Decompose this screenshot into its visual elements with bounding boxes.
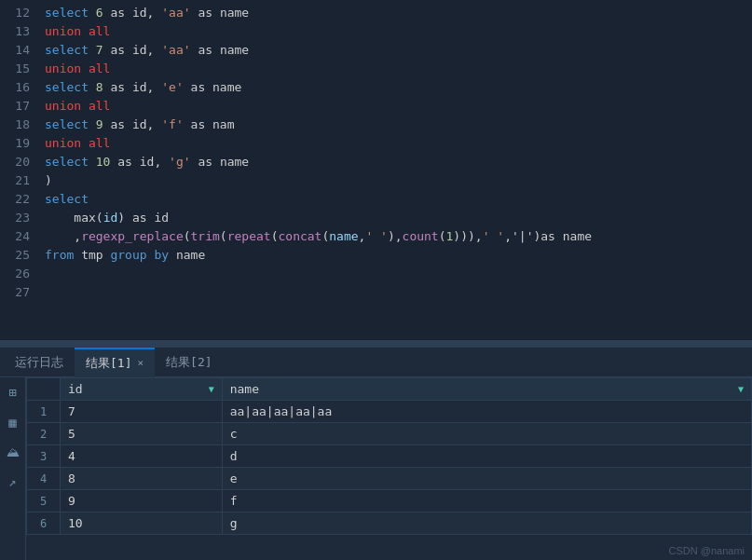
code-line: max(id) as id [45, 209, 745, 227]
cell-name[interactable]: e [222, 468, 751, 490]
line-number: 19 [7, 134, 30, 153]
area-chart-icon[interactable]: ⛰ [2, 441, 24, 463]
code-line: from tmp group by name [45, 246, 745, 265]
cell-id[interactable]: 5 [61, 423, 223, 445]
tab-run-log-label: 运行日志 [15, 348, 63, 377]
col-id-sort[interactable]: ▼ [209, 384, 214, 394]
line-number: 26 [7, 265, 30, 283]
code-line: union all [45, 60, 745, 78]
tab-result2-label: 结果[2] [166, 348, 212, 377]
cell-name[interactable]: d [222, 445, 751, 468]
code-line [45, 283, 745, 302]
col-name-sort[interactable]: ▼ [738, 384, 744, 394]
line-number: 25 [7, 246, 30, 265]
trend-icon[interactable]: ↗ [2, 471, 24, 493]
cell-name[interactable]: aa|aa|aa|aa|aa [222, 401, 751, 423]
panel-content: ⊞ ▦ ⛰ ↗ id ▼ [0, 377, 752, 560]
line-number: 18 [7, 116, 30, 134]
row-number: 6 [27, 512, 61, 535]
table-row[interactable]: 59f [27, 490, 752, 512]
code-line: select 10 as id, 'g' as name [45, 153, 745, 171]
col-name-header[interactable]: name ▼ [222, 378, 751, 401]
tab-result1-label: 结果[1] [86, 348, 131, 378]
cell-id[interactable]: 8 [61, 468, 223, 490]
tab-result1-close[interactable]: × [137, 348, 144, 378]
code-line: select 8 as id, 'e' as name [45, 78, 745, 97]
line-number: 15 [7, 60, 30, 78]
line-number: 20 [7, 153, 30, 171]
code-line: ,regexp_replace(trim(repeat(concat(name,… [45, 227, 745, 246]
code-editor[interactable]: 12131415161718192021222324252627 select … [0, 0, 752, 340]
col-id-label: id [68, 382, 83, 396]
row-number: 1 [27, 401, 61, 423]
tabs-bar: 运行日志 结果[1] × 结果[2] [0, 348, 752, 377]
row-number: 5 [27, 490, 61, 512]
tab-result1[interactable]: 结果[1] × [75, 348, 155, 377]
code-line: ) [45, 171, 745, 190]
code-content[interactable]: select 6 as id, 'aa' as nameunion allsel… [37, 0, 752, 340]
row-number: 2 [27, 423, 61, 445]
watermark: CSDN @nanami [669, 545, 745, 556]
cell-name[interactable]: f [222, 490, 751, 512]
col-name-label: name [230, 382, 259, 396]
table-row[interactable]: 48e [27, 468, 752, 490]
row-num-header [27, 378, 61, 401]
bar-chart-icon[interactable]: ▦ [2, 411, 24, 433]
line-number: 21 [7, 171, 30, 190]
cell-name[interactable]: g [222, 512, 751, 535]
tab-run-log[interactable]: 运行日志 [4, 348, 75, 377]
cell-id[interactable]: 7 [61, 401, 223, 423]
line-number: 27 [7, 283, 30, 302]
table-row[interactable]: 17aa|aa|aa|aa|aa [27, 401, 752, 423]
cell-id[interactable]: 10 [61, 512, 223, 535]
code-line: union all [45, 22, 745, 41]
line-number: 17 [7, 97, 30, 116]
code-line: union all [45, 134, 745, 153]
table-view-icon[interactable]: ⊞ [2, 381, 24, 403]
line-number: 22 [7, 190, 30, 209]
col-id-header[interactable]: id ▼ [61, 378, 223, 401]
code-line: select 9 as id, 'f' as nam [45, 116, 745, 134]
table-row[interactable]: 610g [27, 512, 752, 535]
line-number: 24 [7, 227, 30, 246]
cell-id[interactable]: 9 [61, 490, 223, 512]
line-numbers: 12131415161718192021222324252627 [0, 0, 37, 340]
code-line: select [45, 190, 745, 209]
line-number: 12 [7, 4, 30, 22]
cell-name[interactable]: c [222, 423, 751, 445]
cell-id[interactable]: 4 [61, 445, 223, 468]
table-row[interactable]: 34d [27, 445, 752, 468]
code-line: union all [45, 97, 745, 116]
code-line [45, 265, 745, 283]
bottom-panel: 运行日志 结果[1] × 结果[2] ⊞ ▦ ⛰ ↗ [0, 346, 752, 560]
line-number: 23 [7, 209, 30, 227]
results-table[interactable]: id ▼ name ▼ 17aa|aa|aa|aa|aa25c [26, 377, 752, 560]
line-number: 13 [7, 22, 30, 41]
line-number: 16 [7, 78, 30, 97]
left-icon-bar: ⊞ ▦ ⛰ ↗ [0, 377, 26, 560]
tab-result2[interactable]: 结果[2] [155, 348, 223, 377]
table-row[interactable]: 25c [27, 423, 752, 445]
row-number: 3 [27, 445, 61, 468]
row-number: 4 [27, 468, 61, 490]
code-line: select 7 as id, 'aa' as name [45, 41, 745, 60]
line-number: 14 [7, 41, 30, 60]
code-line: select 6 as id, 'aa' as name [45, 4, 745, 22]
